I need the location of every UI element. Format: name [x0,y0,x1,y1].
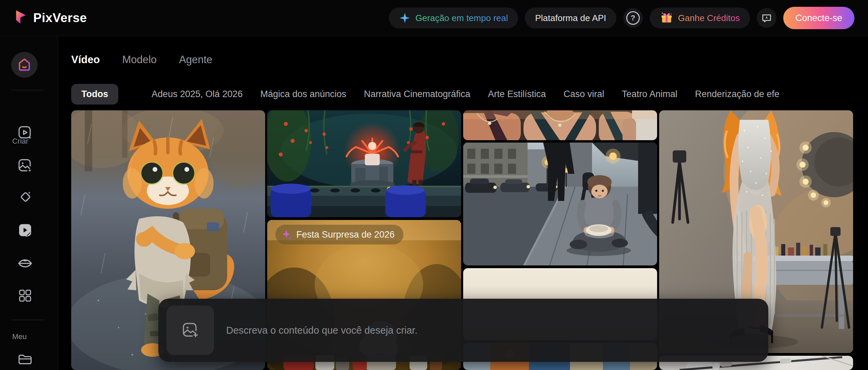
sidebar-divider [11,320,44,320]
video-create-icon [17,125,33,141]
filter-chip-animal-theater[interactable]: Teatro Animal [622,89,677,99]
realtime-generation-label: Geração em tempo real [415,13,508,23]
sidebar-divider [11,90,44,90]
video-edit-icon [17,222,33,238]
sparkle-icon [399,12,411,24]
gallery-card-mystic-ritual[interactable] [267,110,461,217]
tab-agent[interactable]: Agente [179,54,212,66]
prompt-bar [158,299,768,362]
filter-chip-newyear[interactable]: Adeus 2025, Olá 2026 [136,88,243,100]
home-icon [17,57,32,73]
gallery-card-boy-with-bowl[interactable] [463,143,657,265]
earn-credits-label: Ganhe Créditos [678,13,740,23]
apps-grid-icon [18,288,33,303]
filter-chip-effects-render[interactable]: Renderização de efe [695,89,780,99]
sidebar-item-image-create[interactable] [17,158,33,173]
festa-surpresa-tag: Festa Surpresa de 2026 [275,225,403,244]
api-platform-label: Plataforma de API [535,13,606,23]
sidebar-item-home[interactable] [11,52,38,78]
folder-icon [17,352,33,367]
filter-chip-viral-case[interactable]: Caso viral [564,89,604,99]
filter-chip-cinematic[interactable]: Narrativa Cinematográfica [364,89,470,99]
sidebar-section-my: Meu [12,332,27,341]
sidebar-item-video-edit[interactable] [17,222,33,238]
fireworks-emoji [136,88,147,100]
lip-sync-icon [17,255,33,271]
topbar-actions: Geração em tempo real Plataforma de API … [389,7,854,29]
feedback-icon [761,12,772,24]
sidebar-item-folder[interactable] [17,352,33,367]
brand-logo[interactable]: PixVerse [14,8,87,27]
brand-name: PixVerse [33,11,87,25]
tab-model[interactable]: Modelo [122,54,157,66]
realtime-generation-button[interactable]: Geração em tempo real [389,7,518,29]
sidebar-item-apps[interactable] [17,288,33,303]
content-tabs: Vídeo Modelo Agente [71,54,212,66]
gallery-card-women-torsos[interactable] [463,110,657,140]
filter-chip-row: Todos Adeus 2025, Olá 2026 Mágica dos an… [71,82,861,106]
sidebar-item-video-create[interactable] [17,125,33,141]
help-button[interactable]: ? [623,8,643,28]
image-create-icon [17,158,33,173]
sign-in-label: Conecte-se [795,13,842,23]
sparkle-icon [281,229,292,240]
prompt-input[interactable] [225,325,755,336]
tab-video[interactable]: Vídeo [71,54,100,66]
api-platform-button[interactable]: Plataforma de API [525,7,616,29]
sidebar-item-lip-sync[interactable] [17,255,33,271]
sidebar: Criar [0,36,58,370]
top-bar: PixVerse Geração em tempo real Plataform… [0,0,868,36]
feedback-button[interactable] [757,8,776,28]
image-plus-icon [181,321,199,339]
question-icon: ? [626,11,640,25]
filter-chip-stylistic-art[interactable]: Arte Estilística [488,89,546,99]
filter-chip-ad-magic[interactable]: Mágica dos anúncios [260,89,347,99]
pixverse-logo-icon [14,8,28,27]
sign-in-button[interactable]: Conecte-se [783,7,854,29]
add-image-button[interactable] [166,306,214,355]
filter-chip-all[interactable]: Todos [71,84,118,105]
earn-credits-button[interactable]: Ganhe Créditos [650,7,750,29]
effects-icon [17,189,33,204]
gift-icon [660,11,673,25]
sidebar-item-effects[interactable] [17,189,33,204]
